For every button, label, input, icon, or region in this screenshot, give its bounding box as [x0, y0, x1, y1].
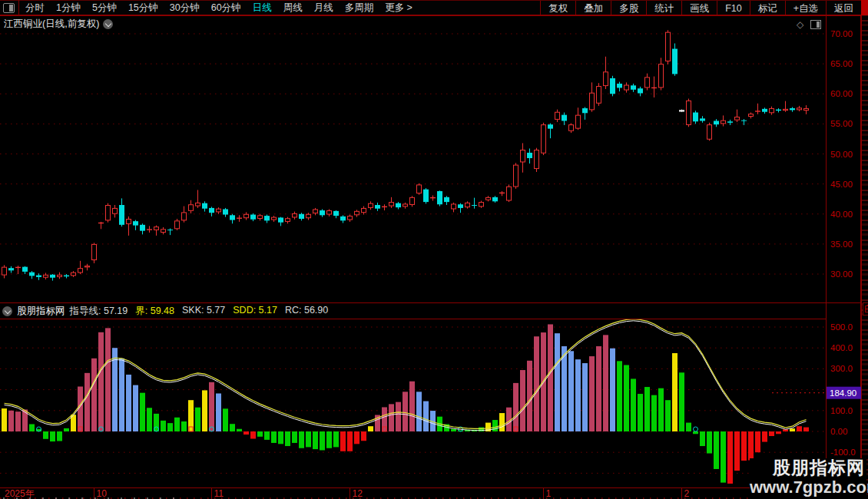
svg-text:65.00: 65.00 [830, 59, 853, 68]
period-tab-7[interactable]: 周线 [283, 2, 303, 15]
indicator-source-name: 股朋指标网 [17, 305, 65, 318]
period-tab-5[interactable]: 60分钟 [211, 2, 241, 15]
period-tab-8[interactable]: 月线 [314, 2, 333, 15]
panel-layout-icon[interactable] [810, 20, 821, 29]
collapse-chevron-icon[interactable] [2, 306, 12, 316]
chart-canvas[interactable]: 70.0065.0060.0055.0050.0045.0040.0035.00… [0, 0, 868, 499]
indicator-header: 股朋指标网 指导线: 57.19界: 59.48SKK: 5.77SDD: 5.… [2, 305, 328, 318]
svg-text:35.00: 35.00 [830, 240, 853, 249]
indicator-values: 指导线: 57.19界: 59.48SKK: 5.77SDD: 5.17RC: … [70, 305, 329, 318]
period-toolbar: 分时1分钟5分钟15分钟30分钟60分钟日线周线月线多周期更多 > 复权叠加多股… [0, 0, 861, 15]
action-button-0[interactable]: 复权 [540, 1, 575, 15]
svg-text:2: 2 [684, 488, 690, 499]
svg-text:100.0: 100.0 [830, 406, 853, 415]
action-button-4[interactable]: 画线 [681, 1, 717, 15]
side-panel-glyph: 自 [863, 302, 868, 316]
trading-app-window: 70.0065.0060.0055.0050.0045.0040.0035.00… [0, 0, 868, 499]
action-button-1[interactable]: 叠加 [575, 1, 611, 15]
svg-text:11: 11 [214, 488, 224, 499]
period-tab-3[interactable]: 15分钟 [128, 2, 158, 15]
svg-text:55.00: 55.00 [830, 119, 853, 128]
action-button-8[interactable]: 返回 [826, 1, 861, 15]
watermark: 股朋指标网 www.7gpzb.com [750, 458, 866, 499]
action-button-5[interactable]: F10 [717, 1, 750, 15]
chart-corner-icons: ◇ [797, 20, 821, 29]
svg-text:30.00: 30.00 [830, 269, 853, 279]
stock-title-row: 江西铜业(日线,前复权) [4, 18, 113, 31]
action-button-2[interactable]: 多股 [611, 1, 646, 15]
diamond-marker-icon[interactable]: ◇ [797, 20, 803, 29]
svg-text:45.00: 45.00 [830, 180, 853, 189]
chevron-down-icon[interactable] [103, 19, 113, 29]
period-tab-0[interactable]: 分时 [25, 2, 45, 15]
action-button-3[interactable]: 统计 [646, 1, 681, 15]
svg-text:1: 1 [546, 488, 552, 499]
indicator-field-4: RC: 56.90 [285, 305, 328, 318]
period-tab-4[interactable]: 30分钟 [170, 2, 200, 15]
indicator-field-0: 指导线: 57.19 [70, 305, 128, 318]
watermark-brand: 股朋指标网 [750, 458, 865, 478]
svg-text:500.0: 500.0 [830, 322, 853, 332]
clipped-side-panel[interactable]: 自 [861, 0, 868, 499]
svg-text:-100.0: -100.0 [830, 448, 856, 457]
action-button-6[interactable]: 标记 [750, 1, 785, 15]
svg-text:184.90: 184.90 [830, 388, 856, 398]
period-tab-2[interactable]: 5分钟 [92, 2, 117, 15]
svg-text:60.00: 60.00 [830, 89, 853, 98]
svg-text:12: 12 [353, 488, 363, 499]
action-buttons: 复权叠加多股统计画线F10标记+自选返回 [540, 1, 861, 15]
split-window-icon[interactable] [3, 3, 15, 13]
svg-text:0.00: 0.00 [830, 427, 847, 436]
indicator-field-2: SKK: 5.77 [182, 305, 225, 318]
svg-text:40.00: 40.00 [830, 210, 853, 219]
indicator-field-1: 界: 59.48 [135, 305, 174, 318]
toolbar-divider [18, 0, 19, 15]
top-right-red-block [861, 0, 868, 15]
svg-text:70.00: 70.00 [830, 29, 853, 38]
period-tab-9[interactable]: 多周期 [345, 2, 374, 15]
period-tab-6[interactable]: 日线 [253, 2, 272, 15]
svg-text:400.0: 400.0 [830, 343, 853, 352]
svg-text:50.00: 50.00 [830, 150, 853, 159]
period-tab-1[interactable]: 1分钟 [56, 2, 81, 15]
svg-text:300.0: 300.0 [830, 364, 853, 373]
period-tab-10[interactable]: 更多 > [385, 2, 412, 15]
period-tabs: 分时1分钟5分钟15分钟30分钟60分钟日线周线月线多周期更多 > [25, 2, 412, 15]
main-chart-panel[interactable] [0, 16, 826, 302]
indicator-field-3: SDD: 5.17 [233, 305, 277, 318]
action-button-7[interactable]: +自选 [785, 1, 826, 15]
watermark-url: www.7gpzb.com [750, 478, 865, 497]
stock-title: 江西铜业(日线,前复权) [4, 18, 99, 31]
